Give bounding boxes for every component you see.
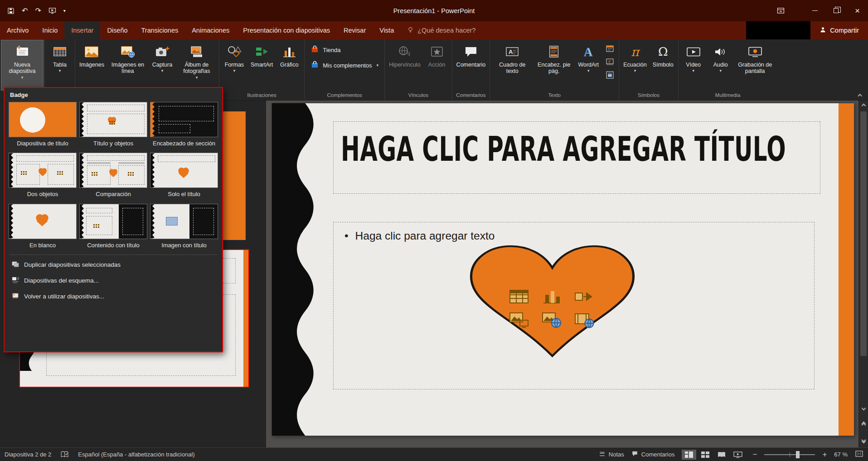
insert-pictures-icon[interactable] — [509, 312, 529, 330]
screenshot-button[interactable]: Captura ▾ — [149, 40, 176, 90]
menu-item-slides-from-outline[interactable]: Diapositivas del esquema... — [9, 273, 218, 288]
slideshow-view-button[interactable] — [731, 450, 745, 460]
dropdown-caret-icon: ▾ — [377, 63, 379, 67]
slide-number-icon[interactable]: # — [604, 56, 616, 67]
reading-view-button[interactable] — [714, 450, 729, 460]
comment-button[interactable]: Comentario — [454, 40, 489, 90]
tab-vista[interactable]: Vista — [373, 21, 401, 39]
tell-me-search[interactable]: ¿Qué desea hacer? — [401, 21, 482, 39]
insert-online-pictures-icon[interactable] — [542, 312, 562, 330]
body-prompt-text: • Haga clic para agregar texto — [344, 230, 495, 242]
menu-item-reuse-slides[interactable]: Volver a utilizar diapositivas... — [9, 288, 218, 304]
store-button[interactable]: Tienda — [310, 45, 378, 55]
layout-thumbnail — [79, 204, 147, 239]
undo-icon[interactable]: ↶ — [22, 7, 28, 14]
menu-item-duplicate-slides[interactable]: Duplicar diapositivas seleccionadas — [9, 257, 218, 273]
scroll-down-icon[interactable] — [859, 403, 868, 413]
tab-inicio[interactable]: Inicio — [35, 21, 64, 39]
slide-editing-area: HAGA CLIC PARA AGREGAR TÍTULO • Haga cli… — [267, 101, 868, 447]
layout-option-comparison[interactable]: Comparación — [79, 153, 147, 198]
photo-album-button[interactable]: Álbum de fotografías ▾ — [176, 40, 218, 90]
tab-archivo[interactable]: Archivo — [0, 21, 35, 39]
chart-button[interactable]: Gráfico — [276, 40, 303, 90]
layout-thumbnail — [9, 102, 77, 137]
layout-option-picture-with-caption[interactable]: Imagen con título — [150, 204, 218, 249]
next-slide-button[interactable] — [859, 436, 868, 446]
layout-thumbnail — [150, 102, 218, 137]
tab-presentacion[interactable]: Presentación con diapositivas — [236, 21, 337, 39]
tab-insertar[interactable]: Insertar — [64, 21, 100, 39]
equation-button[interactable]: π Ecuación ▾ — [621, 40, 649, 90]
collapse-ribbon-icon[interactable] — [856, 92, 864, 98]
insert-smartart-icon[interactable] — [574, 288, 594, 307]
redo-icon[interactable]: ↷ — [35, 7, 41, 14]
shapes-button[interactable]: Formas ▾ — [221, 40, 248, 90]
layout-gallery: Diapositiva de título Título y objetos — [9, 102, 218, 249]
insert-video-icon[interactable] — [574, 312, 594, 330]
online-pictures-button[interactable]: Imágenes en línea — [107, 40, 149, 90]
object-icon[interactable] — [604, 69, 616, 80]
zoom-level[interactable]: 67 % — [834, 451, 848, 458]
symbol-button[interactable]: Ω Símbolo — [650, 40, 677, 90]
notes-button[interactable]: Notas — [599, 451, 624, 458]
powerpoint-window: ↶ ↷ ▾ Presentación1 - PowerPoint × Archi… — [0, 0, 868, 461]
layout-option-blank[interactable]: En blanco — [9, 204, 77, 249]
ribbon-display-options-icon[interactable] — [770, 0, 791, 21]
normal-view-button[interactable] — [682, 450, 696, 460]
tab-animaciones[interactable]: Animaciones — [185, 21, 236, 39]
layout-thumbnail — [150, 204, 218, 239]
reuse-slides-icon — [11, 292, 19, 301]
scroll-up-icon[interactable] — [859, 101, 868, 110]
group-simbolos: π Ecuación ▾ Ω Símbolo Símbolos — [619, 39, 678, 100]
date-time-icon[interactable] — [604, 43, 616, 54]
previous-slide-button[interactable] — [859, 419, 868, 429]
tab-transiciones[interactable]: Transiciones — [135, 21, 185, 39]
language-indicator[interactable]: Español (España - alfabetización tradici… — [78, 451, 194, 458]
share-button[interactable]: Compartir — [810, 21, 868, 39]
layout-option-content-with-caption[interactable]: Contenido con título — [79, 204, 147, 249]
tab-diseno[interactable]: Diseño — [100, 21, 134, 39]
zoom-slider-thumb[interactable] — [796, 451, 800, 458]
save-icon[interactable] — [7, 7, 15, 14]
insert-chart-icon[interactable] — [542, 288, 562, 307]
zoom-in-button[interactable]: + — [822, 451, 827, 458]
scrollbar-thumb[interactable] — [860, 111, 867, 356]
table-button[interactable]: Tabla ▾ — [46, 40, 73, 90]
pictures-button[interactable]: Imágenes — [77, 40, 107, 90]
layout-option-title-only[interactable]: Solo el título — [150, 153, 218, 198]
layout-option-section-header[interactable]: Encabezado de sección — [150, 102, 218, 147]
customize-quick-access-icon[interactable]: ▾ — [63, 9, 66, 13]
hyperlink-icon — [398, 43, 412, 60]
start-slideshow-icon[interactable] — [48, 7, 56, 14]
fit-slide-to-window-icon[interactable] — [855, 450, 863, 459]
layout-option-title-slide[interactable]: Diapositiva de título — [9, 102, 77, 147]
minimize-button[interactable] — [804, 0, 825, 21]
zoom-out-button[interactable]: − — [752, 451, 757, 458]
text-box-button[interactable]: A Cuadro de texto — [491, 40, 533, 90]
video-button[interactable]: Vídeo ▾ — [680, 40, 707, 90]
close-button[interactable]: × — [847, 0, 868, 21]
blacked-out-area — [746, 21, 810, 39]
action-button[interactable]: Acción — [423, 40, 451, 90]
proofing-status-icon[interactable] — [60, 451, 69, 458]
audio-button[interactable]: Audio ▾ — [707, 40, 734, 90]
comments-button[interactable]: Comentarios — [631, 451, 675, 458]
layout-option-title-and-objects[interactable]: Título y objetos — [79, 102, 147, 147]
tab-revisar[interactable]: Revisar — [337, 21, 373, 39]
header-footer-button[interactable]: Encabez. pie pág. — [533, 40, 575, 90]
screen-recording-button[interactable]: Grabación de pantalla — [734, 40, 776, 90]
insert-table-icon[interactable] — [509, 288, 529, 307]
layout-option-two-objects[interactable]: Dos objetos — [9, 153, 77, 198]
wordart-button[interactable]: A WordArt ▾ — [575, 40, 602, 90]
title-placeholder[interactable]: HAGA CLIC PARA AGREGAR TÍTULO — [333, 121, 820, 194]
vertical-scrollbar[interactable] — [858, 101, 868, 447]
restore-button[interactable] — [825, 0, 847, 21]
slide-canvas[interactable]: HAGA CLIC PARA AGREGAR TÍTULO • Haga cli… — [272, 103, 854, 436]
slide-sorter-view-button[interactable] — [698, 450, 713, 460]
zoom-slider[interactable] — [764, 454, 815, 455]
new-slide-button[interactable]: Nueva diapositiva ▾ — [1, 40, 43, 90]
hyperlink-button[interactable]: Hipervínculo — [386, 40, 423, 90]
content-placeholder[interactable]: • Haga clic para agregar texto — [333, 222, 815, 389]
smartart-button[interactable]: SmartArt — [248, 40, 276, 90]
my-addins-button[interactable]: Mis complementos ▾ — [310, 60, 378, 70]
